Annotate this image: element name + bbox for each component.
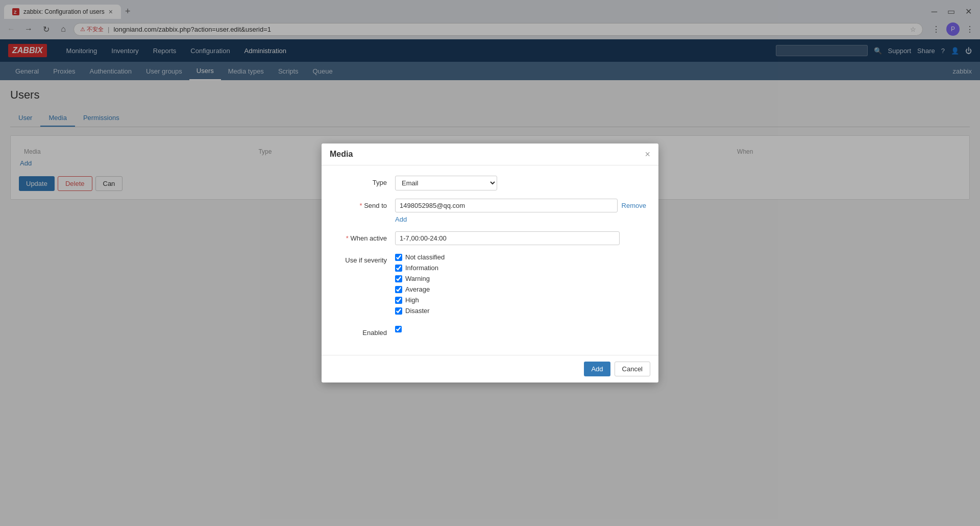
severity-high-label: High [405, 296, 419, 304]
severity-warning-label: Warning [405, 275, 430, 282]
type-select[interactable]: Email SMS Jabber [395, 176, 497, 190]
enabled-checkbox[interactable] [395, 326, 402, 332]
severity-warning: Warning [395, 275, 646, 282]
remove-send-to-button[interactable]: Remove [622, 202, 646, 209]
severity-not-classified-checkbox[interactable] [395, 254, 402, 261]
modal-body: Type Email SMS Jabber Send to Remove [322, 165, 658, 355]
modal-title: Media [330, 150, 353, 159]
send-to-field-content: Remove Add [395, 199, 646, 223]
modal-close-button[interactable]: × [645, 150, 650, 159]
when-active-field-content [395, 231, 646, 245]
when-active-field-row: When active [334, 231, 646, 245]
send-to-input[interactable] [395, 199, 618, 212]
severity-information-checkbox[interactable] [395, 265, 402, 272]
severity-disaster-label: Disaster [405, 307, 430, 315]
severity-average-checkbox[interactable] [395, 286, 402, 293]
media-modal: Media × Type Email SMS Jabber Send to [322, 144, 658, 359]
modal-overlay: Media × Type Email SMS Jabber Send to [0, 0, 980, 359]
send-to-field-row: Send to Remove Add [334, 199, 646, 223]
modal-header: Media × [322, 144, 658, 165]
send-to-input-row: Remove [395, 199, 646, 212]
modal-footer: Add Cancel [322, 355, 658, 359]
add-send-to-row: Add [395, 216, 646, 223]
severity-not-classified: Not classified [395, 253, 646, 261]
type-field-row: Type Email SMS Jabber [334, 176, 646, 190]
when-active-label: When active [334, 231, 395, 242]
severity-disaster-checkbox[interactable] [395, 307, 402, 315]
type-field-content: Email SMS Jabber [395, 176, 646, 190]
severity-field-row: Use if severity Not classified Informati… [334, 253, 646, 318]
severity-information: Information [395, 264, 646, 272]
severity-label: Use if severity [334, 253, 395, 264]
enabled-field-content [395, 326, 646, 334]
add-send-to-button[interactable]: Add [395, 216, 407, 223]
severity-warning-checkbox[interactable] [395, 275, 402, 282]
enabled-field-row: Enabled [334, 326, 646, 337]
severity-disaster: Disaster [395, 307, 646, 315]
severity-high-checkbox[interactable] [395, 297, 402, 304]
enabled-label: Enabled [334, 326, 395, 337]
type-label: Type [334, 176, 395, 186]
severity-not-classified-label: Not classified [405, 253, 445, 261]
severity-checkboxes: Not classified Information Warning Avera… [395, 253, 646, 318]
severity-information-label: Information [405, 264, 438, 272]
severity-average-label: Average [405, 285, 430, 293]
when-active-input[interactable] [395, 231, 620, 245]
send-to-label: Send to [334, 199, 395, 209]
severity-average: Average [395, 285, 646, 293]
severity-high: High [395, 296, 646, 304]
